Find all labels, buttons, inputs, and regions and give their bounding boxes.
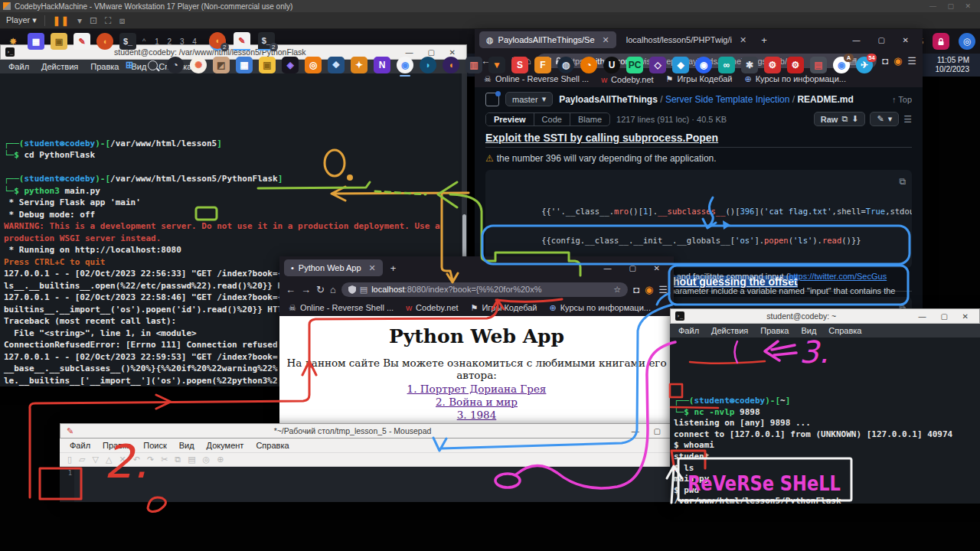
windows-taskbar-icon[interactable]: ✺: [190, 57, 207, 73]
windows-taskbar-icon[interactable]: ◔: [167, 57, 184, 73]
bookmark-item[interactable]: ⚑Игры Кодебай: [471, 303, 537, 313]
breadcrumb-dir[interactable]: Server Side Template Injection: [665, 94, 790, 105]
pause-dropdown-icon[interactable]: ▾: [77, 15, 82, 26]
windows-taskbar-icon[interactable]: ▼: [488, 57, 505, 73]
bookmark-item[interactable]: ☠Online - Reverse Shell ...: [289, 303, 394, 313]
pocket-icon[interactable]: ◘: [633, 284, 639, 295]
menu-item[interactable]: Справка: [250, 441, 294, 450]
top-link[interactable]: ↑ Top: [892, 95, 912, 104]
menu-item[interactable]: Вид: [174, 441, 200, 450]
tab-python-web-app[interactable]: • Python Web App ✕: [284, 259, 383, 276]
running-app-icon[interactable]: ✎: [234, 32, 250, 51]
lock-button[interactable]: [933, 33, 949, 50]
running-app-icon[interactable]: ◖ 2: [209, 32, 226, 51]
pocket-icon[interactable]: ◘: [882, 55, 888, 67]
back-icon[interactable]: ←: [286, 284, 296, 295]
menu-item[interactable]: Поиск: [138, 441, 172, 450]
account-icon[interactable]: ◉: [893, 55, 902, 67]
menu-item[interactable]: Файл: [3, 62, 34, 71]
fullscreen-icon[interactable]: ⛶: [105, 15, 111, 26]
menu-item[interactable]: Правка: [97, 441, 136, 450]
taskbar-app-icon[interactable]: ▦: [28, 33, 44, 50]
toolbar-icon[interactable]: ↶: [133, 455, 140, 465]
running-app-icon[interactable]: $_ 2: [258, 32, 275, 51]
windows-taskbar-icon[interactable]: U: [603, 57, 620, 73]
taskbar-app-icon[interactable]: ✎: [74, 33, 90, 50]
windows-taskbar-icon[interactable]: ◎: [305, 57, 322, 73]
mousepad-window-controls[interactable]: — ▢: [632, 427, 667, 435]
terminal-nc-window-controls[interactable]: — ▢ ✕: [919, 312, 975, 321]
pause-button[interactable]: ❚❚: [53, 15, 70, 26]
bookmark-item[interactable]: ⊕Курсы по информаци...: [549, 303, 651, 313]
windows-taskbar-icon[interactable]: ❖: [328, 57, 345, 73]
windows-clock[interactable]: 11:05 PM 10/2/2023: [936, 56, 970, 74]
toolbar-icon[interactable]: ⊕: [217, 455, 224, 465]
github-window-controls[interactable]: — ▢ ✕: [853, 36, 918, 44]
menu-item[interactable]: Файл: [673, 326, 704, 335]
toolbar-icon[interactable]: ▯: [67, 455, 72, 465]
toolbar-icon[interactable]: ✂: [161, 455, 168, 465]
copy-icon[interactable]: ⧉: [899, 174, 906, 189]
webapp-url-bar[interactable]: ▤ localhost:8080/index?book={%%20for%20x…: [341, 282, 628, 297]
toolbar-icon[interactable]: ▤: [188, 455, 195, 465]
windows-taskbar-icon[interactable]: ◉ A: [833, 57, 850, 73]
toolbar-icon[interactable]: ▽: [93, 455, 99, 465]
toolbar-icon[interactable]: ⧉: [175, 455, 181, 465]
windows-taskbar-icon[interactable]: ✈ 54: [856, 57, 873, 73]
windows-taskbar-icon[interactable]: ▣: [259, 57, 276, 73]
windows-taskbar-icon[interactable]: ◈: [282, 57, 299, 73]
vmware-window-controls[interactable]: — ▢ ✕: [929, 2, 975, 10]
menu-icon[interactable]: ☰: [658, 284, 668, 295]
windows-taskbar-icon[interactable]: ◆: [672, 57, 689, 73]
windows-taskbar-icon[interactable]: ▥: [466, 57, 482, 73]
menu-item[interactable]: Справка: [823, 326, 867, 335]
breadcrumb-repo[interactable]: PayloadsAllTheThings: [559, 94, 658, 105]
book-link[interactable]: 2. Война и мир: [279, 396, 674, 408]
view-switcher[interactable]: PreviewCodeBlame: [485, 112, 610, 126]
windows-taskbar-icon[interactable]: ⚙: [764, 57, 781, 73]
windows-taskbar-icon[interactable]: ◖: [443, 57, 459, 73]
windows-taskbar-icon[interactable]: PC: [626, 57, 643, 73]
bookmark-item[interactable]: ⚑Игры Кодебай: [666, 74, 733, 84]
menu-item[interactable]: Документ: [201, 441, 250, 450]
twitter-link[interactable]: https://twitter.com/SecGus: [789, 272, 887, 281]
bookmark-star-icon[interactable]: ☆: [613, 285, 621, 295]
tab-close-icon[interactable]: ✕: [740, 35, 746, 45]
windows-taskbar-icon[interactable]: ∞: [718, 57, 735, 73]
taskbar-app-icon[interactable]: ▣: [51, 33, 67, 50]
windows-taskbar-icon[interactable]: ◍: [557, 57, 574, 73]
session-button[interactable]: ◎: [959, 33, 975, 50]
copy-icon[interactable]: ⧉: [899, 302, 906, 308]
tab-close-icon[interactable]: ✕: [603, 35, 609, 45]
tab-localhost-phptwig[interactable]: localhost/lesson5/PHPTwig/i ✕: [619, 31, 753, 48]
windows-taskbar-icon[interactable]: N: [374, 57, 390, 73]
mousepad-editor[interactable]: 1 {% for x in ().__class__.__base__.__su…: [60, 467, 674, 502]
player-menu[interactable]: Player ▾: [6, 15, 37, 25]
send-ctrl-alt-del-icon[interactable]: ⊡: [90, 15, 97, 26]
new-tab-button[interactable]: +: [756, 34, 772, 46]
windows-taskbar-icon[interactable]: ▤: [810, 57, 827, 73]
menu-item[interactable]: Действия: [706, 326, 753, 335]
windows-taskbar-icon[interactable]: ✱: [741, 57, 758, 73]
menu-icon[interactable]: ☰: [907, 55, 916, 67]
terminal-flask-window-controls[interactable]: — ▢ ✕: [406, 48, 462, 57]
menu-item[interactable]: Вид: [795, 326, 822, 335]
taskbar-app-icon[interactable]: $_: [119, 33, 136, 50]
branch-selector[interactable]: master ▾: [505, 92, 553, 106]
raw-button[interactable]: Raw ⧉ ⬇: [814, 112, 866, 126]
bookmark-item[interactable]: ☠Online - Reverse Shell ...: [484, 74, 589, 84]
outline-icon[interactable]: ☰: [903, 114, 912, 125]
bookmark-item[interactable]: ⊕Курсы по информаци...: [744, 74, 846, 84]
bookmark-item[interactable]: wCodeby.net: [601, 75, 653, 84]
windows-taskbar-icon[interactable]: ⚙: [787, 57, 804, 73]
toolbar-icon[interactable]: △: [106, 455, 112, 465]
menu-item[interactable]: Действия: [36, 62, 83, 71]
windows-taskbar-icon[interactable]: ⊞: [121, 57, 138, 73]
windows-taskbar-icon[interactable]: ◉: [695, 57, 712, 73]
windows-taskbar-icon[interactable]: ◔: [580, 57, 597, 73]
mousepad-titlebar[interactable]: ✎ *~/Рабочий стол/tmp_lesson_5 - Mousepa…: [60, 423, 674, 439]
webapp-window-controls[interactable]: — ▢ ✕: [604, 264, 669, 272]
new-tab-button[interactable]: +: [386, 262, 401, 274]
windows-taskbar-icon[interactable]: F: [534, 57, 551, 73]
tab-close-icon[interactable]: ✕: [369, 263, 376, 273]
